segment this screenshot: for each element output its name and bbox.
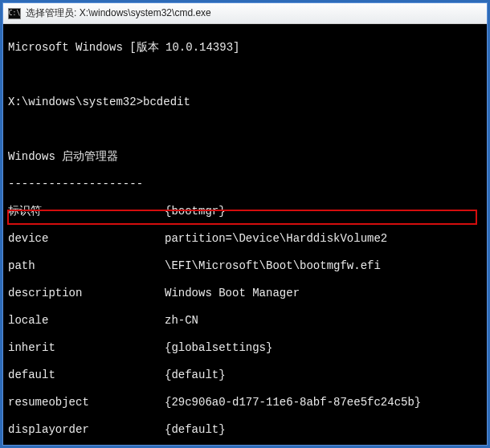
kv-key: default <box>8 369 165 382</box>
kv-row: localezh-CN <box>8 314 482 328</box>
terminal-area[interactable]: Microsoft Windows [版本 10.0.14393] X:\win… <box>3 24 487 445</box>
blank-line <box>8 68 482 82</box>
kv-value: \EFI\Microsoft\Boot\bootmgfw.efi <box>165 259 381 272</box>
kv-key: device <box>8 232 165 246</box>
titlebar[interactable]: C:\ 选择管理员: X:\windows\system32\cmd.exe <box>3 3 487 24</box>
kv-value: zh-CN <box>165 314 198 327</box>
blank-line <box>8 123 482 136</box>
kv-row: displayorder{default} <box>8 423 482 437</box>
kv-value: {default} <box>165 369 226 381</box>
section-heading: Windows 启动管理器 <box>8 150 482 164</box>
cmd-icon: C:\ <box>8 8 21 19</box>
window-title: 选择管理员: X:\windows\system32\cmd.exe <box>26 6 211 20</box>
banner-line: Microsoft Windows [版本 10.0.14393] <box>8 41 482 55</box>
prompt-line: X:\windows\system32>bcdedit <box>8 96 482 109</box>
kv-key: description <box>8 287 165 300</box>
kv-key: path <box>8 259 165 273</box>
cmd-window: C:\ 选择管理员: X:\windows\system32\cmd.exe M… <box>2 2 488 446</box>
kv-row: default{default} <box>8 369 482 382</box>
kv-value: Windows Boot Manager <box>165 287 300 299</box>
kv-value: {29c906a0-d177-11e6-8abf-87ee5fc24c5b} <box>165 396 421 409</box>
kv-key: locale <box>8 314 165 328</box>
kv-row: descriptionWindows Boot Manager <box>8 287 482 300</box>
kv-value: {bootmgr} <box>165 205 226 218</box>
kv-value: partition=\Device\HarddiskVolume2 <box>165 232 387 245</box>
kv-key: 标识符 <box>8 205 165 218</box>
kv-row: path\EFI\Microsoft\Boot\bootmgfw.efi <box>8 259 482 273</box>
kv-row: inherit{globalsettings} <box>8 341 482 355</box>
kv-key: displayorder <box>8 423 165 437</box>
kv-row-highlighted: resumeobject{29c906a0-d177-11e6-8abf-87e… <box>8 396 482 409</box>
section-underline: -------------------- <box>8 177 482 191</box>
kv-value: {globalsettings} <box>165 341 272 354</box>
kv-row: 标识符{bootmgr} <box>8 205 482 218</box>
kv-value: {default} <box>165 423 226 436</box>
kv-key: inherit <box>8 341 165 355</box>
kv-row: devicepartition=\Device\HarddiskVolume2 <box>8 232 482 246</box>
kv-key: resumeobject <box>8 396 165 409</box>
